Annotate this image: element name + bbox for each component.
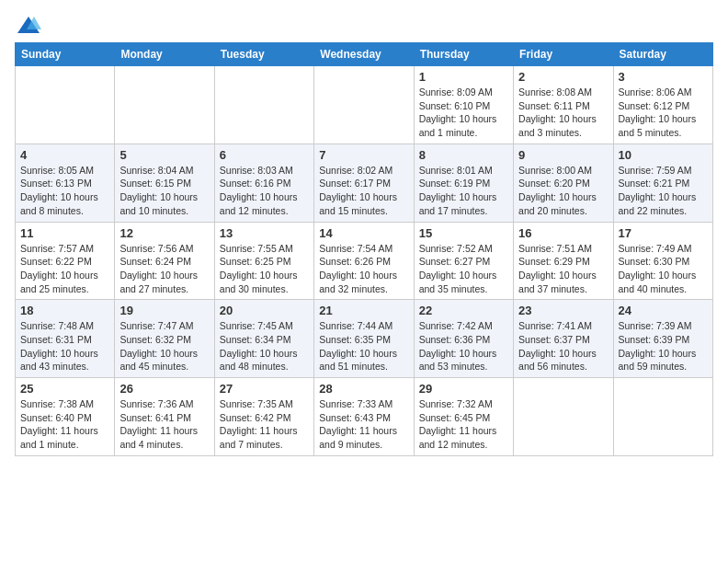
day-number: 19 (119, 304, 209, 317)
day-number: 2 (518, 70, 608, 84)
day-number: 10 (619, 148, 708, 162)
day-info: Sunrise: 7:44 AM Sunset: 6:35 PM Dayligh… (319, 319, 408, 373)
page-header (15, 15, 713, 35)
day-info: Sunrise: 7:54 AM Sunset: 6:26 PM Dayligh… (319, 242, 408, 296)
calendar-cell (613, 378, 712, 456)
day-info: Sunrise: 7:59 AM Sunset: 6:21 PM Dayligh… (619, 164, 708, 218)
day-info: Sunrise: 8:01 AM Sunset: 6:19 PM Dayligh… (419, 164, 508, 218)
day-info: Sunrise: 7:56 AM Sunset: 6:24 PM Dayligh… (119, 242, 209, 296)
column-header-wednesday: Wednesday (314, 43, 414, 66)
calendar-cell (115, 66, 214, 144)
day-number: 8 (419, 148, 508, 162)
calendar-cell: 26Sunrise: 7:36 AM Sunset: 6:41 PM Dayli… (115, 378, 214, 456)
day-info: Sunrise: 7:42 AM Sunset: 6:36 PM Dayligh… (419, 319, 508, 373)
logo-icon (16, 15, 41, 35)
day-number: 13 (220, 226, 309, 240)
day-info: Sunrise: 7:48 AM Sunset: 6:31 PM Dayligh… (20, 319, 109, 373)
day-info: Sunrise: 8:00 AM Sunset: 6:20 PM Dayligh… (518, 164, 608, 218)
day-info: Sunrise: 8:02 AM Sunset: 6:17 PM Dayligh… (319, 164, 408, 218)
day-number: 25 (20, 382, 109, 396)
day-info: Sunrise: 7:33 AM Sunset: 6:43 PM Dayligh… (319, 397, 408, 452)
day-number: 21 (319, 304, 408, 317)
day-info: Sunrise: 8:03 AM Sunset: 6:16 PM Dayligh… (220, 164, 309, 218)
calendar-cell (314, 66, 414, 144)
day-number: 9 (518, 148, 608, 162)
day-info: Sunrise: 7:47 AM Sunset: 6:32 PM Dayligh… (119, 319, 209, 373)
calendar-cell: 18Sunrise: 7:48 AM Sunset: 6:31 PM Dayli… (16, 300, 115, 378)
day-info: Sunrise: 7:57 AM Sunset: 6:22 PM Dayligh… (20, 242, 109, 296)
column-header-saturday: Saturday (613, 43, 712, 66)
day-info: Sunrise: 8:05 AM Sunset: 6:13 PM Dayligh… (20, 164, 109, 218)
calendar-cell: 11Sunrise: 7:57 AM Sunset: 6:22 PM Dayli… (16, 222, 115, 300)
calendar-cell: 15Sunrise: 7:52 AM Sunset: 6:27 PM Dayli… (414, 222, 513, 300)
day-info: Sunrise: 7:38 AM Sunset: 6:40 PM Dayligh… (20, 397, 109, 452)
day-number: 7 (319, 148, 408, 162)
column-header-friday: Friday (514, 43, 613, 66)
day-number: 29 (419, 382, 508, 396)
calendar-cell: 10Sunrise: 7:59 AM Sunset: 6:21 PM Dayli… (613, 144, 712, 222)
day-info: Sunrise: 7:45 AM Sunset: 6:34 PM Dayligh… (220, 319, 309, 373)
calendar-cell: 9Sunrise: 8:00 AM Sunset: 6:20 PM Daylig… (514, 144, 613, 222)
day-info: Sunrise: 7:41 AM Sunset: 6:37 PM Dayligh… (518, 319, 608, 373)
day-info: Sunrise: 7:55 AM Sunset: 6:25 PM Dayligh… (220, 242, 309, 296)
calendar-cell: 6Sunrise: 8:03 AM Sunset: 6:16 PM Daylig… (214, 144, 313, 222)
calendar-cell: 16Sunrise: 7:51 AM Sunset: 6:29 PM Dayli… (514, 222, 613, 300)
day-info: Sunrise: 8:08 AM Sunset: 6:11 PM Dayligh… (518, 86, 608, 140)
day-number: 17 (619, 226, 708, 240)
calendar-week-row: 11Sunrise: 7:57 AM Sunset: 6:22 PM Dayli… (16, 222, 713, 300)
day-info: Sunrise: 8:09 AM Sunset: 6:10 PM Dayligh… (419, 86, 508, 140)
calendar-cell: 14Sunrise: 7:54 AM Sunset: 6:26 PM Dayli… (314, 222, 414, 300)
calendar-cell: 3Sunrise: 8:06 AM Sunset: 6:12 PM Daylig… (613, 66, 712, 144)
day-number: 12 (119, 226, 209, 240)
calendar-week-row: 25Sunrise: 7:38 AM Sunset: 6:40 PM Dayli… (16, 378, 713, 456)
day-number: 23 (518, 304, 608, 317)
calendar-cell: 22Sunrise: 7:42 AM Sunset: 6:36 PM Dayli… (414, 300, 513, 378)
day-number: 6 (220, 148, 309, 162)
calendar-week-row: 18Sunrise: 7:48 AM Sunset: 6:31 PM Dayli… (16, 300, 713, 378)
calendar-cell (16, 66, 115, 144)
calendar-cell: 5Sunrise: 8:04 AM Sunset: 6:15 PM Daylig… (115, 144, 214, 222)
column-header-thursday: Thursday (414, 43, 513, 66)
calendar-cell: 12Sunrise: 7:56 AM Sunset: 6:24 PM Dayli… (115, 222, 214, 300)
calendar-cell: 20Sunrise: 7:45 AM Sunset: 6:34 PM Dayli… (214, 300, 313, 378)
calendar-cell: 28Sunrise: 7:33 AM Sunset: 6:43 PM Dayli… (314, 378, 414, 456)
day-number: 14 (319, 226, 408, 240)
logo (15, 15, 42, 35)
day-info: Sunrise: 8:04 AM Sunset: 6:15 PM Dayligh… (119, 164, 209, 218)
day-number: 4 (20, 148, 109, 162)
calendar-cell: 13Sunrise: 7:55 AM Sunset: 6:25 PM Dayli… (214, 222, 313, 300)
calendar-table: SundayMondayTuesdayWednesdayThursdayFrid… (15, 42, 713, 456)
calendar-cell: 24Sunrise: 7:39 AM Sunset: 6:39 PM Dayli… (613, 300, 712, 378)
day-number: 1 (419, 70, 508, 84)
day-number: 15 (419, 226, 508, 240)
calendar-cell: 8Sunrise: 8:01 AM Sunset: 6:19 PM Daylig… (414, 144, 513, 222)
calendar-cell: 2Sunrise: 8:08 AM Sunset: 6:11 PM Daylig… (514, 66, 613, 144)
calendar-cell: 27Sunrise: 7:35 AM Sunset: 6:42 PM Dayli… (214, 378, 313, 456)
calendar-week-row: 4Sunrise: 8:05 AM Sunset: 6:13 PM Daylig… (16, 144, 713, 222)
day-number: 27 (220, 382, 309, 396)
day-number: 16 (518, 226, 608, 240)
calendar-header-row: SundayMondayTuesdayWednesdayThursdayFrid… (16, 43, 713, 66)
calendar-cell: 19Sunrise: 7:47 AM Sunset: 6:32 PM Dayli… (115, 300, 214, 378)
day-info: Sunrise: 7:52 AM Sunset: 6:27 PM Dayligh… (419, 242, 508, 296)
calendar-cell (514, 378, 613, 456)
day-number: 11 (20, 226, 109, 240)
day-number: 26 (119, 382, 209, 396)
day-info: Sunrise: 7:49 AM Sunset: 6:30 PM Dayligh… (619, 242, 708, 296)
day-info: Sunrise: 8:06 AM Sunset: 6:12 PM Dayligh… (619, 86, 708, 140)
day-number: 28 (319, 382, 408, 396)
calendar-cell: 1Sunrise: 8:09 AM Sunset: 6:10 PM Daylig… (414, 66, 513, 144)
calendar-cell: 21Sunrise: 7:44 AM Sunset: 6:35 PM Dayli… (314, 300, 414, 378)
calendar-cell: 25Sunrise: 7:38 AM Sunset: 6:40 PM Dayli… (16, 378, 115, 456)
day-number: 5 (119, 148, 209, 162)
day-number: 24 (619, 304, 708, 317)
day-number: 18 (20, 304, 109, 317)
calendar-cell: 29Sunrise: 7:32 AM Sunset: 6:45 PM Dayli… (414, 378, 513, 456)
calendar-cell: 4Sunrise: 8:05 AM Sunset: 6:13 PM Daylig… (16, 144, 115, 222)
day-number: 20 (220, 304, 309, 317)
day-number: 22 (419, 304, 508, 317)
day-info: Sunrise: 7:35 AM Sunset: 6:42 PM Dayligh… (220, 397, 309, 452)
day-info: Sunrise: 7:32 AM Sunset: 6:45 PM Dayligh… (419, 397, 508, 452)
column-header-sunday: Sunday (16, 43, 115, 66)
calendar-cell (214, 66, 313, 144)
